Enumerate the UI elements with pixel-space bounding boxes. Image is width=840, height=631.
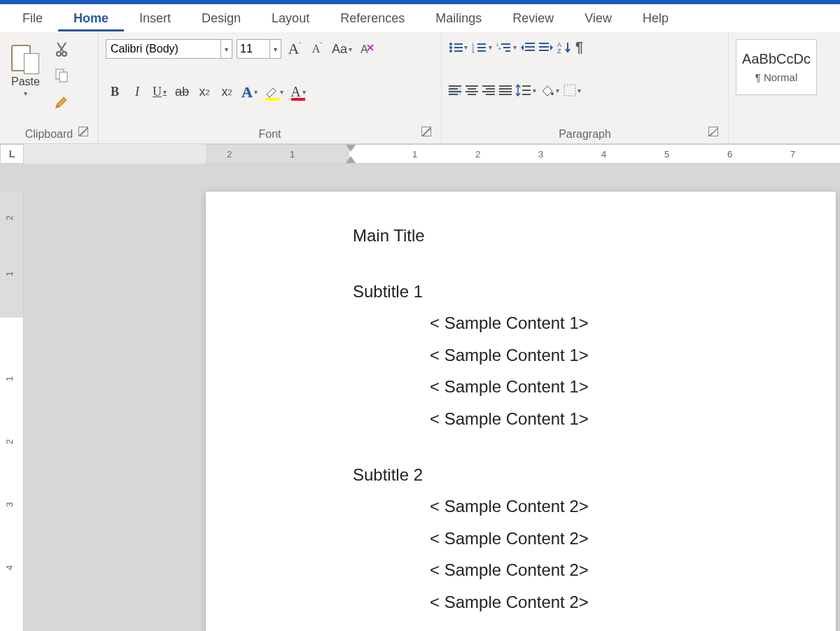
line-spacing-button[interactable]: ▾ — [516, 84, 536, 97]
group-font-label: Font — [258, 128, 281, 141]
svg-rect-26 — [539, 46, 549, 48]
svg-text:Z: Z — [557, 48, 561, 54]
align-justify-button[interactable] — [499, 85, 512, 95]
tab-file[interactable]: File — [7, 6, 58, 31]
doc-content-line[interactable]: < Sample Content 1> — [353, 307, 836, 339]
decrease-indent-button[interactable] — [521, 42, 535, 53]
font-name-dropdown[interactable]: ▾ — [221, 39, 232, 59]
strikethrough-button[interactable]: ab — [173, 83, 191, 102]
tab-home[interactable]: Home — [58, 6, 124, 31]
tab-mailings[interactable]: Mailings — [420, 6, 497, 31]
doc-content-line[interactable]: < Sample Content 2> — [353, 586, 836, 618]
tab-review[interactable]: Review — [497, 6, 569, 31]
paint-bucket-icon — [540, 84, 554, 97]
show-marks-button[interactable]: ¶ — [575, 39, 583, 55]
increase-indent-button[interactable] — [539, 42, 553, 53]
clear-formatting-button[interactable]: A — [358, 39, 376, 59]
svg-rect-21 — [505, 50, 510, 52]
font-name-input[interactable] — [106, 39, 221, 59]
numbering-button[interactable]: 123▾ — [472, 42, 492, 53]
doc-subtitle[interactable]: Subtitle 2 — [353, 459, 836, 491]
ruler-tick: 6 — [727, 149, 732, 159]
font-size-input[interactable] — [237, 39, 270, 59]
vruler-tick: 2 — [4, 215, 15, 220]
align-right-button[interactable] — [482, 85, 495, 95]
vruler-tick: 3 — [4, 502, 15, 507]
style-normal-button[interactable]: AaBbCcDc ¶ Normal — [736, 39, 817, 95]
italic-button[interactable]: I — [128, 83, 146, 102]
borders-button[interactable]: ▾ — [564, 84, 581, 97]
align-center-button[interactable] — [465, 85, 478, 95]
page[interactable]: Main Title Subtitle 1 < Sample Content 1… — [206, 192, 836, 631]
font-size-dropdown[interactable]: ▾ — [270, 39, 281, 59]
font-color-swatch — [291, 98, 305, 101]
sort-button[interactable]: AZ — [557, 41, 571, 54]
vertical-ruler[interactable]: 2 1 1 2 3 4 — [0, 192, 24, 631]
tab-selector[interactable]: L — [0, 144, 24, 164]
svg-point-1 — [62, 52, 66, 56]
highlight-color-swatch — [265, 98, 279, 101]
change-case-button[interactable]: Aa▾ — [330, 39, 354, 59]
clipboard-dialog-launcher[interactable] — [78, 127, 88, 136]
svg-text:3: 3 — [472, 50, 475, 53]
doc-content-line[interactable]: < Sample Content 2> — [353, 490, 836, 523]
paste-button[interactable]: Paste ▾ — [7, 39, 44, 99]
font-color-button[interactable]: A ▾ — [289, 83, 307, 102]
doc-content-line[interactable]: < Sample Content 2> — [353, 523, 836, 555]
ruler-row: L 2 1 1 2 3 4 5 6 7 8 — [0, 144, 840, 164]
svg-rect-20 — [503, 47, 510, 48]
horizontal-ruler[interactable]: 2 1 1 2 3 4 5 6 7 8 — [206, 144, 840, 164]
svg-rect-18 — [501, 43, 510, 45]
group-font: ▾ ▾ Aˆ Aˇ Aa▾ A B I U▾ ab x2 x2 A▾ ▾ A — [98, 32, 441, 143]
doc-content-line[interactable]: < Sample Content 1> — [353, 371, 836, 403]
grow-font-icon: A — [288, 40, 300, 58]
shading-button[interactable]: ▾ — [540, 84, 559, 97]
doc-content-line[interactable]: < Sample Content 2> — [353, 554, 836, 586]
tab-insert[interactable]: Insert — [124, 6, 186, 31]
tab-design[interactable]: Design — [186, 6, 256, 31]
tab-layout[interactable]: Layout — [256, 6, 325, 31]
font-dialog-launcher[interactable] — [421, 127, 431, 136]
doc-subtitle[interactable]: Subtitle 1 — [353, 276, 836, 308]
scissors-icon — [55, 41, 69, 57]
bold-button[interactable]: B — [106, 83, 124, 102]
highlight-button[interactable]: ▾ — [263, 83, 285, 102]
ruler-tick: 7 — [790, 149, 795, 159]
text-effects-button[interactable]: A▾ — [240, 83, 259, 102]
svg-rect-8 — [454, 47, 463, 48]
tab-view[interactable]: View — [569, 6, 627, 31]
svg-rect-25 — [539, 43, 549, 44]
grow-font-button[interactable]: Aˆ — [286, 39, 304, 59]
align-left-button[interactable] — [449, 85, 461, 95]
format-painter-button[interactable] — [52, 92, 71, 112]
svg-rect-10 — [454, 50, 463, 52]
shrink-font-button[interactable]: Aˇ — [308, 39, 326, 59]
paintbrush-icon — [54, 94, 69, 110]
ribbon: Paste ▾ Clipboard — [0, 32, 840, 144]
highlighter-icon — [265, 86, 279, 99]
subscript-button[interactable]: x2 — [195, 83, 214, 102]
document-area[interactable]: Main Title Subtitle 1 < Sample Content 1… — [24, 164, 840, 631]
align-left-icon — [449, 85, 461, 95]
doc-title[interactable]: Main Title — [353, 220, 836, 252]
sort-icon: AZ — [557, 41, 571, 54]
svg-rect-23 — [525, 46, 535, 48]
underline-button[interactable]: U▾ — [150, 83, 169, 102]
clear-formatting-icon: A — [359, 42, 374, 56]
doc-content-line[interactable]: < Sample Content 1> — [353, 339, 836, 371]
bullets-button[interactable]: ▾ — [449, 42, 468, 53]
svg-rect-34 — [564, 85, 575, 96]
vruler-tick: 4 — [4, 565, 15, 570]
cut-button[interactable] — [52, 39, 71, 59]
tab-references[interactable]: References — [325, 6, 420, 31]
svg-rect-12 — [477, 43, 486, 45]
tab-help[interactable]: Help — [627, 6, 684, 31]
superscript-button[interactable]: x2 — [218, 83, 236, 102]
copy-button[interactable] — [52, 66, 71, 85]
doc-content-line[interactable]: < Sample Content 1> — [353, 403, 836, 435]
multilevel-list-button[interactable]: 1a▾ — [496, 42, 517, 53]
paragraph-dialog-launcher[interactable] — [708, 127, 718, 136]
svg-rect-30 — [522, 85, 531, 87]
ruler-tick: 1 — [412, 149, 417, 159]
group-clipboard: Paste ▾ Clipboard — [0, 32, 98, 143]
